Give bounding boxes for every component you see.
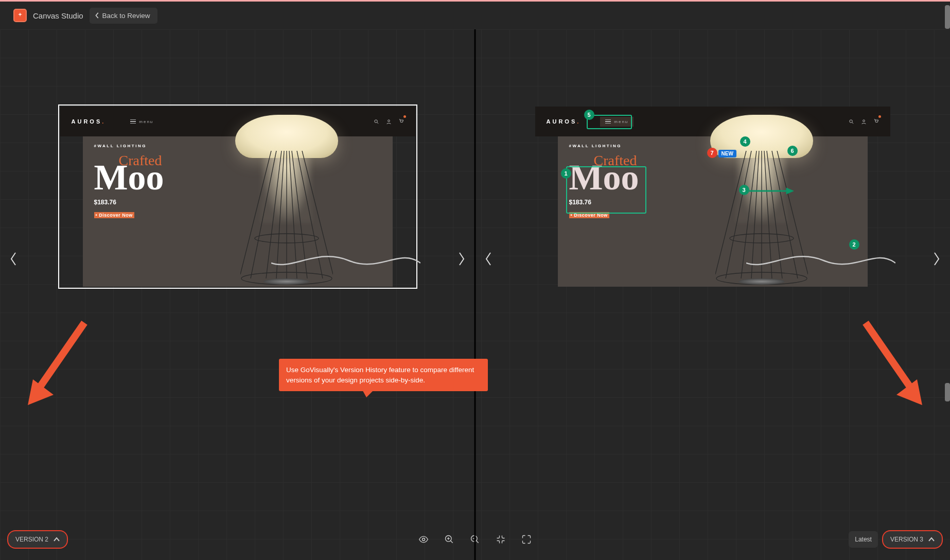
maximize-icon — [521, 534, 532, 545]
headline: Moo — [94, 160, 164, 196]
lamp-cord — [271, 242, 420, 273]
tooltip-text: Use GoVisually's Version History feature… — [286, 366, 474, 384]
next-artboard-button[interactable] — [454, 249, 469, 269]
navbar-icons — [849, 117, 879, 126]
svg-point-1 — [388, 119, 390, 121]
right-version-selector[interactable]: VERSION 3 — [883, 531, 942, 548]
annotation-marker-5[interactable]: 5 — [584, 110, 594, 120]
brand-logo: AUROS. — [547, 118, 581, 125]
artboard-right[interactable]: AUROS. menu — [535, 107, 890, 287]
compare-pane-right: AUROS. menu — [475, 29, 950, 560]
chevron-right-icon — [458, 252, 465, 266]
compare-pane-left: AUROS. menu — [0, 29, 475, 560]
minimize-icon — [496, 534, 506, 545]
annotation-marker-3[interactable]: 3 — [739, 185, 749, 195]
chevron-left-icon — [10, 252, 17, 266]
annotation-marker-6[interactable]: 6 — [787, 146, 798, 156]
chevron-right-icon — [933, 252, 940, 266]
chevron-up-icon — [928, 537, 935, 542]
search-icon — [849, 119, 854, 125]
user-icon — [861, 119, 867, 125]
annotation-arrow — [749, 187, 794, 195]
search-icon — [374, 119, 379, 125]
compare-area: AUROS. menu — [0, 29, 950, 560]
eye-icon — [418, 534, 429, 545]
left-version-label: VERSION 2 — [15, 536, 48, 543]
price: $183.76 — [94, 199, 164, 206]
prev-artboard-button[interactable] — [6, 249, 21, 269]
latest-badge: Latest — [849, 531, 878, 548]
svg-point-12 — [423, 538, 425, 541]
callout-arrow-left — [23, 318, 90, 405]
brand-logo: AUROS. — [72, 118, 106, 125]
hero-text: #WALL LIGHTING Crafted Moo $183.76 • Dis… — [94, 144, 164, 219]
artboard-left[interactable]: AUROS. menu — [60, 107, 415, 287]
annotation-box-headline[interactable] — [566, 166, 646, 214]
visibility-toggle[interactable] — [418, 534, 429, 545]
feature-tooltip: Use GoVisually's Version History feature… — [279, 359, 488, 391]
tooltip-tail — [361, 388, 376, 397]
annotation-marker-2[interactable]: 2 — [849, 239, 859, 250]
user-icon — [386, 119, 392, 125]
zoom-in-button[interactable] — [444, 534, 455, 545]
scrollbar-stub-bottom[interactable] — [945, 383, 950, 401]
scrollbar-stub-top[interactable] — [945, 5, 950, 29]
back-to-review-button[interactable]: Back to Review — [90, 8, 157, 24]
left-version-selector[interactable]: VERSION 2 — [8, 531, 67, 548]
next-artboard-button[interactable] — [929, 249, 944, 269]
annotation-marker-1[interactable]: 1 — [561, 168, 571, 179]
fit-to-screen-button[interactable] — [495, 534, 506, 545]
chevron-left-icon — [95, 12, 100, 19]
annotation-marker-4[interactable]: 4 — [740, 136, 750, 147]
svg-point-5 — [863, 119, 865, 121]
app-logo — [13, 9, 27, 22]
navbar-icons — [374, 117, 404, 126]
lamp-cord — [746, 242, 895, 273]
chevron-left-icon — [485, 252, 492, 266]
menu-button: menu — [125, 117, 159, 127]
prev-artboard-button[interactable] — [481, 249, 496, 269]
cart-icon — [398, 117, 404, 126]
back-label: Back to Review — [102, 12, 150, 20]
product-tag: #WALL LIGHTING — [94, 144, 164, 148]
annotation-marker-7[interactable]: 7 — [707, 148, 717, 158]
chevron-up-icon — [54, 537, 60, 542]
discover-link: • Discover Now — [94, 212, 134, 218]
product-tag: #WALL LIGHTING — [569, 144, 639, 148]
app-root: Canvas Studio Back to Review AUROS. menu — [0, 2, 950, 560]
app-header: Canvas Studio Back to Review — [0, 2, 950, 29]
right-version-label: VERSION 3 — [890, 536, 923, 543]
callout-arrow-right — [860, 318, 927, 405]
zoom-in-icon — [444, 534, 454, 545]
app-title: Canvas Studio — [33, 11, 83, 20]
svg-point-0 — [374, 119, 377, 122]
svg-marker-9 — [786, 188, 794, 194]
compare-divider[interactable] — [474, 29, 476, 560]
svg-point-4 — [849, 119, 852, 122]
annotation-new-badge[interactable]: NEW — [718, 150, 736, 157]
cart-icon — [873, 117, 879, 126]
sparkle-icon — [16, 12, 24, 19]
fullscreen-button[interactable] — [521, 534, 532, 545]
hamburger-icon — [130, 119, 136, 124]
artboard-navbar: AUROS. menu — [60, 107, 415, 136]
footer-right: Latest VERSION 3 — [849, 531, 942, 548]
